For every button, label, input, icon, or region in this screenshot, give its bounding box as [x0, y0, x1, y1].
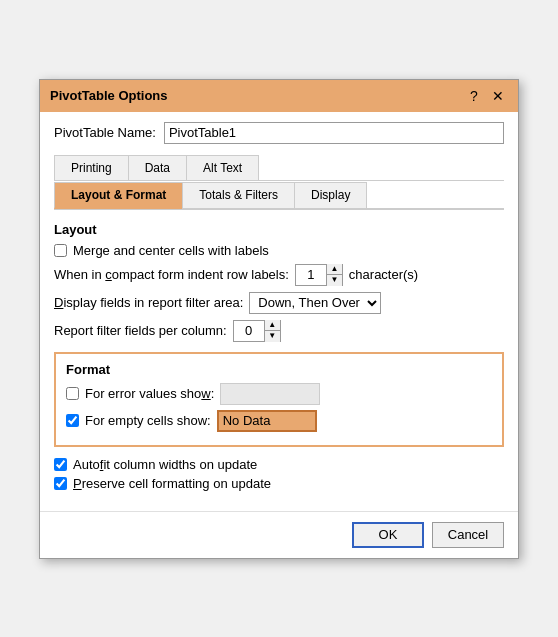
autofit-label: Autofit column widths on update: [73, 457, 257, 472]
tabs-container: Printing Data Alt Text Layout & Format T…: [54, 154, 504, 210]
empty-input[interactable]: [217, 410, 317, 432]
filter-down-button[interactable]: ▼: [264, 331, 280, 342]
pivottable-options-dialog: PivotTable Options ? ✕ PivotTable Name: …: [39, 79, 519, 559]
help-button[interactable]: ?: [464, 86, 484, 106]
indent-up-button[interactable]: ▲: [326, 264, 342, 275]
filter-spinner-buttons: ▲ ▼: [264, 320, 280, 342]
filter-up-button[interactable]: ▲: [264, 320, 280, 331]
display-fields-row: Display fields in report filter area: Do…: [54, 292, 504, 314]
filter-input[interactable]: [234, 321, 264, 341]
tabs-row-bottom: Layout & Format Totals & Filters Display: [54, 181, 504, 210]
empty-checkbox[interactable]: [66, 414, 79, 427]
display-select-wrap: Down, Then Over Over, Then Down: [249, 292, 381, 314]
dialog-content: PivotTable Name: Printing Data Alt Text …: [40, 112, 518, 511]
display-select[interactable]: Down, Then Over Over, Then Down: [250, 293, 380, 313]
indent-row: When in compact form indent row labels: …: [54, 264, 504, 286]
name-input[interactable]: [164, 122, 504, 144]
preserve-row: Preserve cell formatting on update: [54, 476, 504, 491]
merge-row: Merge and center cells with labels: [54, 243, 504, 258]
merge-label: Merge and center cells with labels: [73, 243, 269, 258]
cancel-button[interactable]: Cancel: [432, 522, 504, 548]
name-row: PivotTable Name:: [54, 122, 504, 144]
dialog-title: PivotTable Options: [50, 88, 168, 103]
indent-spinner: ▲ ▼: [295, 264, 343, 286]
indent-label: When in compact form indent row labels:: [54, 267, 289, 282]
display-label: Display fields in report filter area:: [54, 295, 243, 310]
preserve-checkbox[interactable]: [54, 477, 67, 490]
filter-spinner: ▲ ▼: [233, 320, 281, 342]
format-section: Format For error values show: For empty …: [54, 352, 504, 447]
tab-totals-filters[interactable]: Totals & Filters: [182, 182, 295, 209]
empty-label: For empty cells show:: [85, 413, 211, 428]
tab-layout-format[interactable]: Layout & Format: [54, 182, 183, 209]
tab-alt-text[interactable]: Alt Text: [186, 155, 259, 181]
error-row: For error values show:: [66, 383, 492, 405]
dialog-footer: OK Cancel: [40, 511, 518, 558]
error-checkbox[interactable]: [66, 387, 79, 400]
preserve-label: Preserve cell formatting on update: [73, 476, 271, 491]
error-input[interactable]: [220, 383, 320, 405]
merge-checkbox[interactable]: [54, 244, 67, 257]
indent-input[interactable]: [296, 265, 326, 285]
error-label: For error values show:: [85, 386, 214, 401]
filter-row: Report filter fields per column: ▲ ▼: [54, 320, 504, 342]
char-label: character(s): [349, 267, 418, 282]
layout-section-label: Layout: [54, 222, 504, 237]
empty-row: For empty cells show:: [66, 410, 492, 432]
ok-button[interactable]: OK: [352, 522, 424, 548]
filter-label: Report filter fields per column:: [54, 323, 227, 338]
title-bar: PivotTable Options ? ✕: [40, 80, 518, 112]
title-controls: ? ✕: [464, 86, 508, 106]
indent-spinner-buttons: ▲ ▼: [326, 264, 342, 286]
tab-data[interactable]: Data: [128, 155, 187, 181]
close-button[interactable]: ✕: [488, 86, 508, 106]
tabs-row-top: Printing Data Alt Text: [54, 154, 504, 181]
close-icon: ✕: [492, 88, 504, 104]
format-section-label: Format: [66, 362, 492, 377]
tab-display[interactable]: Display: [294, 182, 367, 209]
autofit-checkbox[interactable]: [54, 458, 67, 471]
question-icon: ?: [470, 88, 478, 104]
indent-down-button[interactable]: ▼: [326, 275, 342, 286]
name-label: PivotTable Name:: [54, 125, 156, 140]
bottom-checks: Autofit column widths on update Preserve…: [54, 457, 504, 491]
tab-printing[interactable]: Printing: [54, 155, 129, 181]
autofit-row: Autofit column widths on update: [54, 457, 504, 472]
